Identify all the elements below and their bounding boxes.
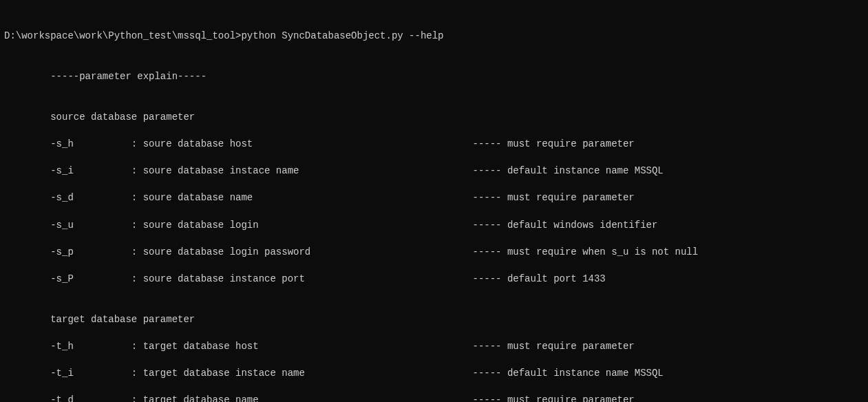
- param-line: -s_P : soure database instance port ----…: [4, 273, 864, 286]
- section-header: -----parameter explain-----: [4, 70, 864, 84]
- param-line: -s_h : soure database host ----- must re…: [4, 138, 864, 151]
- param-line: -s_i : soure database instace name -----…: [4, 165, 864, 178]
- prompt-line: D:\workspace\work\Python_test\mssql_tool…: [4, 30, 864, 43]
- source-title: source database parameter: [4, 111, 864, 125]
- param-line: -s_u : soure database login ----- defaul…: [4, 219, 864, 233]
- param-line: -t_h : target database host ----- must r…: [4, 340, 864, 354]
- param-line: -t_i : target database instace name ----…: [4, 367, 864, 381]
- param-line: -t_d : target database name ----- must r…: [4, 394, 864, 402]
- param-line: -s_d : soure database name ----- must re…: [4, 191, 864, 205]
- target-title: target database parameter: [4, 313, 864, 327]
- param-line: -s_p : soure database login password ---…: [4, 246, 864, 260]
